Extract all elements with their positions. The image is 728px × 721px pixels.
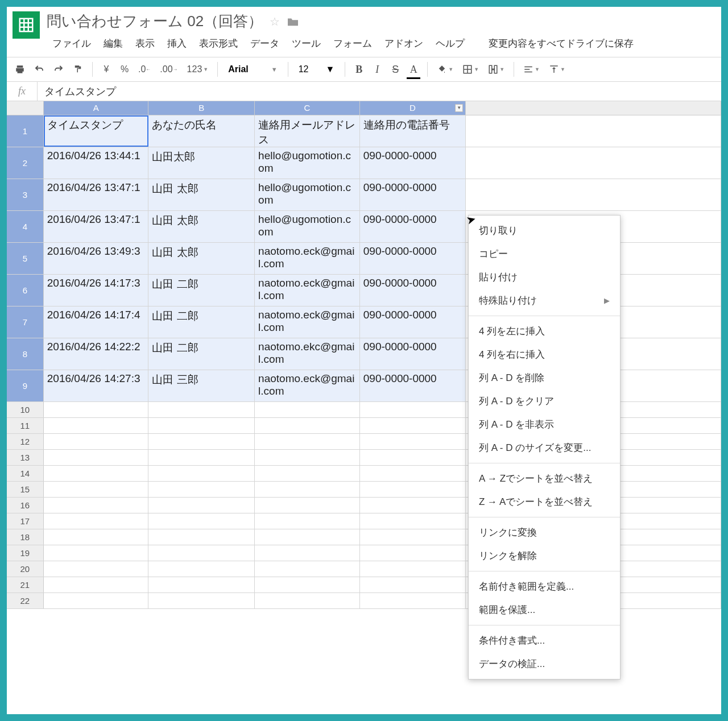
cell[interactable]: 連絡用メールアドレス — [255, 115, 360, 147]
cell[interactable]: 山田太郎 — [148, 147, 255, 179]
cell[interactable] — [360, 482, 466, 497]
cell[interactable] — [148, 450, 255, 465]
cell[interactable] — [255, 561, 360, 577]
context-menu-item[interactable]: 列 A - D を削除 — [469, 366, 620, 389]
cell[interactable] — [148, 545, 255, 561]
vertical-align-button[interactable]: ▼ — [545, 61, 569, 78]
cell[interactable] — [44, 593, 149, 608]
cell[interactable] — [360, 593, 466, 608]
cell[interactable] — [255, 577, 360, 592]
cell[interactable]: 2016/04/26 14:22:2 — [44, 338, 149, 370]
merge-cells-button[interactable]: ▼ — [485, 61, 508, 78]
cell[interactable]: 山田 太郎 — [148, 179, 255, 210]
cell[interactable]: 2016/04/26 13:47:1 — [44, 179, 149, 210]
horizontal-align-button[interactable]: ▼ — [520, 61, 543, 78]
menu-file[interactable]: ファイル — [47, 35, 97, 52]
formula-input[interactable] — [38, 83, 721, 100]
column-header-a[interactable]: A — [44, 101, 149, 115]
cell[interactable] — [255, 545, 360, 561]
cell[interactable]: 2016/04/26 13:44:1 — [44, 147, 149, 179]
row-header[interactable]: 22 — [7, 593, 44, 608]
row-header[interactable]: 9 — [7, 370, 44, 401]
context-menu-item[interactable]: 条件付き書式... — [469, 629, 620, 652]
cell[interactable] — [148, 418, 255, 433]
cell[interactable] — [148, 529, 255, 545]
cell[interactable]: 090-0000-0000 — [360, 370, 466, 401]
row-header[interactable]: 2 — [7, 147, 44, 179]
row-header[interactable]: 16 — [7, 498, 44, 513]
cell[interactable] — [360, 434, 466, 449]
context-menu-item[interactable]: 特殊貼り付け▶ — [469, 289, 620, 312]
cell[interactable] — [44, 498, 149, 513]
menu-addons[interactable]: アドオン — [379, 35, 429, 52]
row-header[interactable]: 11 — [7, 418, 44, 433]
column-header-d[interactable]: D▼ — [360, 101, 466, 115]
cell[interactable]: hello@ugomotion.com — [255, 179, 360, 210]
row-header[interactable]: 6 — [7, 275, 44, 306]
paint-format-icon[interactable] — [69, 61, 86, 78]
context-menu-item[interactable]: A → Zでシートを並べ替え — [469, 467, 620, 490]
cell[interactable]: 山田 二郎 — [148, 275, 255, 306]
menu-help[interactable]: ヘルプ — [430, 35, 470, 52]
select-all-corner[interactable] — [7, 101, 44, 115]
row-header[interactable]: 13 — [7, 450, 44, 465]
print-icon[interactable] — [11, 61, 28, 78]
cell[interactable]: 2016/04/26 14:17:3 — [44, 275, 149, 306]
context-menu-item[interactable]: 列 A - D をクリア — [469, 389, 620, 413]
menu-form[interactable]: フォーム — [328, 35, 378, 52]
cell[interactable]: 山田 二郎 — [148, 338, 255, 370]
column-header-e[interactable] — [466, 101, 721, 115]
row-header[interactable]: 12 — [7, 434, 44, 449]
cell[interactable]: 090-0000-0000 — [360, 211, 466, 242]
row-header[interactable]: 1 — [7, 115, 44, 147]
cell[interactable] — [44, 466, 149, 481]
sheets-logo-icon[interactable] — [13, 11, 40, 39]
menu-tools[interactable]: ツール — [286, 35, 326, 52]
cell[interactable]: naotomo.eck@gmail.com — [255, 275, 360, 306]
cell[interactable] — [466, 115, 721, 147]
cell[interactable] — [360, 402, 466, 417]
spreadsheet-grid[interactable]: A B C D▼ 1 タイムスタンプ あなたの氏名 連絡用メールアドレス 連絡用… — [7, 101, 721, 714]
cell[interactable]: naotomo.eck@gmail.com — [255, 306, 360, 338]
menu-view[interactable]: 表示 — [130, 35, 160, 52]
cell[interactable] — [148, 402, 255, 417]
row-header[interactable]: 4 — [7, 211, 44, 242]
cell[interactable] — [148, 434, 255, 449]
cell[interactable] — [44, 402, 149, 417]
context-menu-item[interactable]: データの検証... — [469, 652, 620, 676]
cell[interactable] — [255, 482, 360, 497]
context-menu-item[interactable]: 名前付き範囲を定義... — [469, 575, 620, 598]
menu-edit[interactable]: 編集 — [98, 35, 129, 52]
italic-button[interactable]: I — [369, 61, 385, 78]
context-menu-item[interactable]: Z → Aでシートを並べ替え — [469, 490, 620, 513]
context-menu-item[interactable]: リンクを解除 — [469, 544, 620, 567]
context-menu-item[interactable]: リンクに変換 — [469, 521, 620, 544]
cell[interactable] — [148, 466, 255, 481]
cell[interactable] — [360, 418, 466, 433]
currency-button[interactable]: ¥ — [98, 61, 114, 78]
cell[interactable]: 090-0000-0000 — [360, 338, 466, 370]
cell[interactable]: 2016/04/26 14:17:4 — [44, 306, 149, 338]
fill-color-button[interactable]: ▼ — [433, 61, 457, 78]
cell[interactable] — [255, 529, 360, 545]
document-title[interactable]: 問い合わせフォーム 02（回答） — [47, 11, 263, 31]
cell[interactable] — [44, 561, 149, 577]
text-color-button[interactable]: A — [406, 61, 421, 78]
cell[interactable] — [44, 434, 149, 449]
cell[interactable] — [360, 450, 466, 465]
cell[interactable] — [44, 545, 149, 561]
cell[interactable] — [44, 450, 149, 465]
star-icon[interactable]: ☆ — [270, 15, 280, 28]
cell[interactable]: 090-0000-0000 — [360, 243, 466, 274]
cell[interactable]: naotomo.eck@gmail.com — [255, 243, 360, 274]
cell[interactable]: 山田 太郎 — [148, 243, 255, 274]
cell[interactable]: naotomo.ekc@gmail.com — [255, 338, 360, 370]
cell[interactable] — [360, 529, 466, 545]
context-menu-item[interactable]: 貼り付け — [469, 266, 620, 289]
row-header[interactable]: 8 — [7, 338, 44, 370]
cell[interactable] — [44, 529, 149, 545]
row-header[interactable]: 21 — [7, 577, 44, 592]
bold-button[interactable]: B — [351, 61, 367, 78]
row-header[interactable]: 19 — [7, 545, 44, 561]
context-menu-item[interactable]: 範囲を保護... — [469, 598, 620, 621]
